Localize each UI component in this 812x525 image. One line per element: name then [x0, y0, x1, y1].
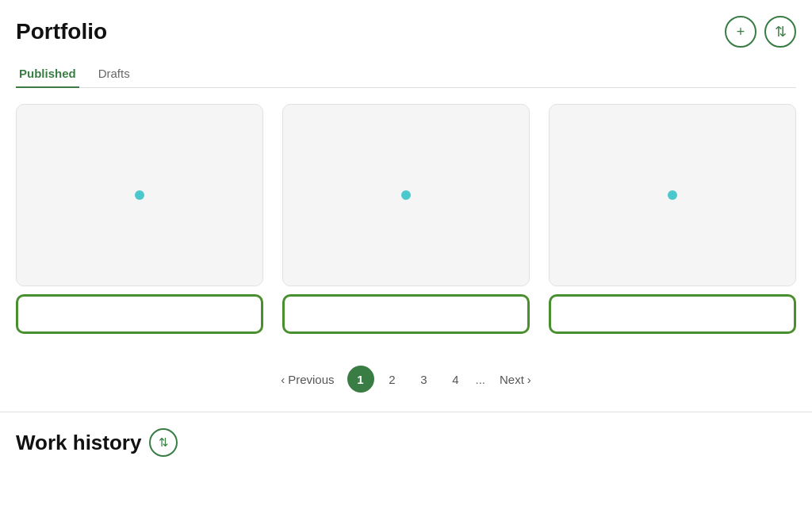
- previous-button[interactable]: ‹ Previous: [273, 368, 342, 391]
- work-history-section: Work history ⇅: [0, 428, 812, 473]
- card-label-box-1[interactable]: [16, 294, 263, 334]
- add-button[interactable]: +: [725, 16, 756, 48]
- page-header: Portfolio + ⇅: [16, 16, 796, 48]
- card-image-1: [16, 104, 263, 286]
- previous-label: Previous: [288, 373, 334, 386]
- pagination: ‹ Previous 1 2 3 4 ... Next ›: [16, 350, 796, 412]
- next-button[interactable]: Next ›: [492, 368, 539, 391]
- chevron-left-icon: ‹: [281, 373, 285, 386]
- card-image-3: [549, 104, 796, 286]
- work-history-sort-icon: ⇅: [159, 435, 169, 450]
- page-button-1[interactable]: 1: [347, 366, 374, 393]
- card-label-box-2[interactable]: [282, 294, 530, 334]
- sort-button[interactable]: ⇅: [764, 16, 796, 48]
- pagination-ellipsis: ...: [474, 373, 488, 386]
- page-title: Portfolio: [16, 19, 107, 44]
- page-button-2[interactable]: 2: [379, 366, 406, 393]
- card-dot-3: [668, 190, 677, 200]
- work-history-sort-button[interactable]: ⇅: [149, 428, 178, 457]
- work-history-header: Work history ⇅: [16, 428, 796, 457]
- plus-icon: +: [737, 24, 745, 40]
- card-dot-1: [135, 190, 144, 200]
- portfolio-card-2: [282, 104, 530, 334]
- sort-icon: ⇅: [775, 23, 787, 40]
- portfolio-card-3: [549, 104, 796, 334]
- portfolio-grid: [16, 104, 796, 334]
- work-history-title: Work history: [16, 431, 141, 455]
- tab-published[interactable]: Published: [16, 60, 79, 88]
- page-button-3[interactable]: 3: [411, 366, 438, 393]
- card-label-box-3[interactable]: [549, 294, 796, 334]
- card-image-2: [282, 104, 530, 286]
- page-button-4[interactable]: 4: [442, 366, 469, 393]
- portfolio-card-1: [16, 104, 263, 334]
- chevron-right-icon: ›: [527, 373, 531, 386]
- card-dot-2: [401, 190, 411, 200]
- header-actions: + ⇅: [725, 16, 796, 48]
- tab-bar: Published Drafts: [16, 60, 796, 88]
- next-label: Next: [500, 373, 524, 386]
- tab-drafts[interactable]: Drafts: [95, 60, 133, 88]
- section-divider: [0, 412, 812, 412]
